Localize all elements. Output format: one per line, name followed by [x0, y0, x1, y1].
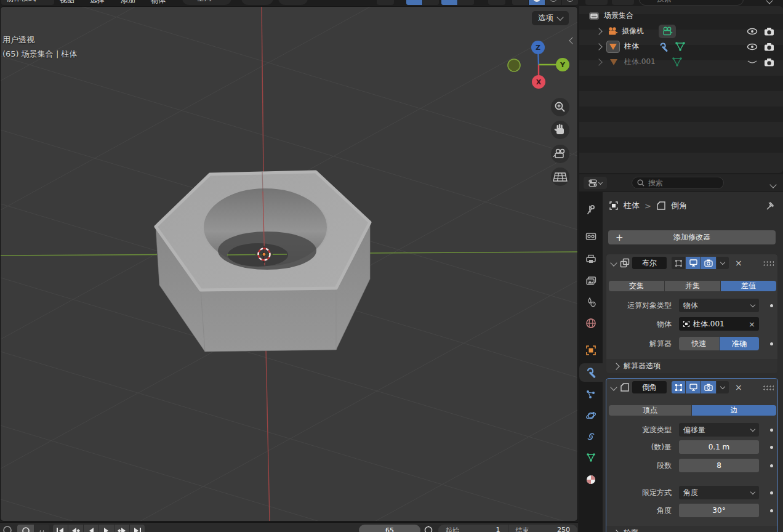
amount-field[interactable]: 0.1 m	[679, 440, 759, 454]
next-keyframe-button[interactable]	[114, 525, 129, 532]
modifier-name-field[interactable]: 布尔	[632, 257, 667, 269]
tab-scene[interactable]	[579, 293, 603, 312]
eye-closed-icon[interactable]	[747, 59, 758, 65]
animate-dot[interactable]	[765, 304, 777, 307]
navigation-gizmo[interactable]: Z Y X	[508, 41, 569, 89]
animate-dot[interactable]	[765, 509, 777, 512]
disable-render-camera-icon[interactable]	[764, 58, 774, 66]
grid-ortho-button[interactable]	[551, 167, 569, 186]
edit-mode-display-toggle[interactable]	[672, 381, 685, 393]
gizmo-axis-neg-y[interactable]	[508, 59, 520, 71]
operation-union-button[interactable]: 并集	[665, 281, 720, 291]
modifier-name-field[interactable]: 倒角	[632, 381, 667, 393]
segments-field[interactable]: 8	[679, 459, 759, 472]
solver-fast-button[interactable]: 快速	[679, 337, 719, 350]
expand-chevron-icon[interactable]	[595, 28, 602, 34]
animate-dot[interactable]	[765, 464, 777, 467]
shading-solid-button[interactable]	[529, 0, 545, 5]
collapse-chevron-icon[interactable]	[610, 259, 617, 266]
tab-object[interactable]	[579, 341, 603, 360]
delete-modifier-icon[interactable]: ×	[735, 258, 742, 268]
viewport-display-toggle[interactable]	[686, 257, 701, 269]
boolean-panel-header[interactable]: 布尔 ×	[606, 254, 777, 272]
render-display-toggle[interactable]	[701, 257, 716, 269]
stopwatch-icon[interactable]	[424, 525, 433, 532]
disable-render-camera-icon[interactable]	[764, 27, 774, 36]
zoom-tool-button[interactable]	[551, 98, 569, 116]
outliner-editor-type-button[interactable]	[585, 0, 608, 5]
dropdown-button[interactable]	[377, 0, 394, 5]
outliner-row-scene-collection[interactable]: 场景集合	[579, 8, 783, 23]
previous-keyframe-button[interactable]	[68, 525, 83, 532]
auto-keyframe-button[interactable]	[17, 525, 34, 532]
xray-toggle[interactable]	[406, 0, 422, 5]
disable-render-camera-icon[interactable]	[764, 42, 774, 51]
timeline-editor-icon[interactable]	[2, 525, 12, 532]
properties-editor-type-button[interactable]	[584, 177, 607, 189]
solver-exact-button[interactable]: 准确	[720, 337, 760, 350]
operation-intersect-button[interactable]: 交集	[609, 281, 664, 291]
menu-add[interactable]: 添加	[121, 0, 135, 6]
shading-rendered-button[interactable]	[562, 0, 578, 5]
animate-dot[interactable]	[765, 491, 777, 494]
expand-chevron-icon[interactable]	[595, 58, 602, 65]
boolean-object-field[interactable]: 柱体.001 ×	[679, 317, 759, 331]
hide-eye-icon[interactable]	[747, 28, 758, 35]
tab-world[interactable]	[579, 314, 603, 332]
animate-dot[interactable]	[765, 342, 777, 345]
viewport-gizmos-button[interactable]	[488, 0, 505, 5]
properties-header-chevron-icon[interactable]	[771, 180, 776, 189]
extras-dropdown-toggle[interactable]	[717, 381, 729, 393]
width-type-dropdown[interactable]: 偏移量	[679, 423, 759, 437]
tab-material[interactable]	[579, 470, 603, 489]
play-button[interactable]	[99, 525, 114, 532]
tab-view-layer[interactable]	[579, 272, 603, 291]
breadcrumb-object[interactable]: 柱体	[624, 200, 640, 211]
outliner-row-camera[interactable]: 摄像机	[579, 23, 783, 39]
tab-render[interactable]	[579, 227, 603, 246]
mesh-data-icon-dim[interactable]	[672, 57, 683, 67]
frame-start-field[interactable]: 起始 1	[438, 526, 508, 532]
options-button[interactable]: 选项	[532, 11, 569, 25]
snapping-group[interactable]	[241, 0, 273, 5]
delete-modifier-icon[interactable]: ×	[735, 382, 742, 392]
proportional-editing-group[interactable]	[278, 0, 308, 5]
auto-keyframe-options-button[interactable]	[34, 525, 49, 532]
menu-view[interactable]: 视图	[60, 0, 74, 6]
mesh-data-icon[interactable]	[675, 42, 686, 52]
tab-physics[interactable]	[579, 406, 603, 425]
tab-particles[interactable]	[579, 385, 603, 404]
jump-to-end-button[interactable]	[130, 525, 145, 532]
mode-vertices-button[interactable]: 顶点	[609, 405, 691, 416]
viewport-display-toggle[interactable]	[686, 381, 701, 393]
menu-object[interactable]: 物体	[151, 0, 166, 6]
render-display-toggle[interactable]	[701, 381, 716, 393]
outliner-header-chevron-icon[interactable]	[767, 0, 772, 5]
limit-method-dropdown[interactable]: 角度	[679, 486, 759, 499]
shading-material-button[interactable]	[545, 0, 561, 5]
operand-type-dropdown[interactable]: 物体	[679, 299, 759, 312]
pan-tool-button[interactable]	[551, 121, 569, 139]
current-frame-field[interactable]: 65	[359, 525, 420, 532]
pin-icon[interactable]	[765, 201, 774, 211]
menu-select[interactable]: 选择	[90, 0, 105, 6]
mode-dropdown[interactable]: 物体模式	[1, 0, 54, 5]
frame-end-field[interactable]: 结束 250	[508, 526, 578, 532]
outliner-row-cylinder-001[interactable]: 柱体.001	[579, 54, 783, 70]
drag-handle-icon[interactable]	[763, 260, 774, 266]
drag-handle-icon[interactable]	[763, 385, 774, 390]
extras-dropdown-toggle[interactable]	[717, 257, 729, 269]
tab-tool[interactable]	[579, 201, 603, 219]
animate-dot[interactable]	[765, 446, 777, 449]
edit-mode-display-toggle[interactable]	[672, 257, 685, 269]
overlays-dropdown[interactable]	[458, 0, 474, 5]
breadcrumb-modifier[interactable]: 倒角	[671, 200, 687, 211]
timeline[interactable]: 65 起始 1 结束 250	[0, 522, 578, 532]
properties-search-input[interactable]: 搜索	[632, 177, 724, 189]
add-modifier-button[interactable]: + 添加修改器	[608, 230, 776, 244]
outliner-row-cylinder[interactable]: 柱体	[579, 39, 783, 54]
tab-object-data[interactable]	[579, 449, 603, 467]
camera-view-button[interactable]	[551, 145, 569, 163]
mode-edges-button[interactable]: 边	[692, 405, 776, 416]
collapse-chevron-icon[interactable]	[610, 384, 617, 390]
